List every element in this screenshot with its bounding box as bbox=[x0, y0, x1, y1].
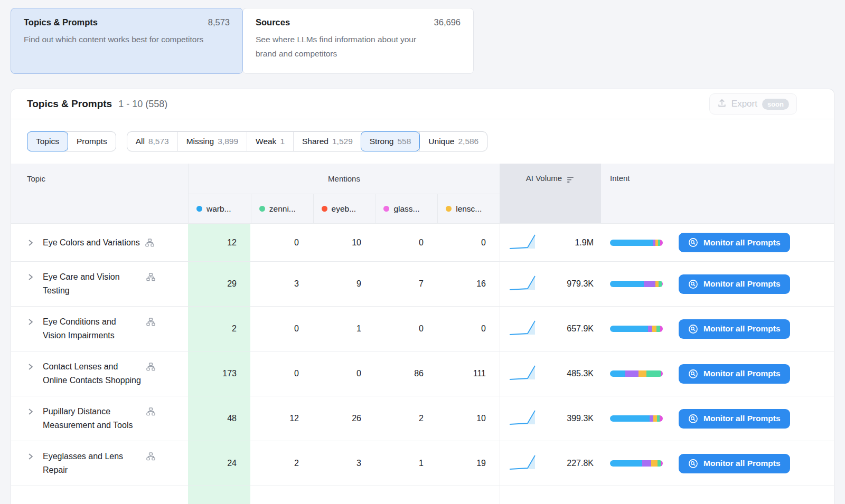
sitemap-icon bbox=[146, 273, 155, 283]
chevron-right-icon[interactable] bbox=[27, 273, 34, 283]
soon-badge: soon bbox=[762, 99, 789, 110]
filter-tab-shared[interactable]: Shared1,529 bbox=[293, 132, 361, 151]
filter-tab-all[interactable]: All8,573 bbox=[127, 132, 177, 151]
topic-name[interactable]: Pupillary Distance Measurement and Tools bbox=[43, 405, 141, 432]
filter-tab-missing[interactable]: Missing3,899 bbox=[177, 132, 247, 151]
topic-cell[interactable]: Eye Conditions and Vision Impairments bbox=[11, 315, 188, 343]
brand-dot-icon bbox=[383, 206, 389, 212]
sparkline-icon bbox=[509, 319, 540, 338]
ai-volume-cell: 657.9K bbox=[500, 307, 601, 351]
intent-segment bbox=[610, 460, 642, 467]
tab-count: 1 bbox=[280, 137, 285, 146]
monitor-all-prompts-button[interactable]: Monitor all Prompts bbox=[679, 454, 790, 473]
topic-cell[interactable]: Eyeglasses and Lens Repair bbox=[11, 450, 188, 477]
monitor-all-prompts-button[interactable]: Monitor all Prompts bbox=[679, 233, 790, 252]
chevron-right-icon[interactable] bbox=[27, 363, 34, 373]
topics-prompts-card[interactable]: Topics & Prompts 8,573 Find out which co… bbox=[11, 8, 243, 74]
monitor-all-prompts-button[interactable]: Monitor all Prompts bbox=[679, 364, 790, 384]
tab-label: Topics bbox=[36, 137, 59, 146]
brand-column-header[interactable]: zenni... bbox=[251, 194, 313, 223]
brand-column-header[interactable]: warb... bbox=[189, 194, 251, 223]
monitor-icon bbox=[688, 459, 698, 469]
intent-cell: Monitor all Prompts bbox=[601, 364, 834, 384]
view-tab-prompts[interactable]: Prompts bbox=[68, 132, 116, 151]
ai-volume-cell: 1.9M bbox=[500, 224, 601, 261]
brand-column-header[interactable]: glass... bbox=[375, 194, 437, 223]
intent-segment bbox=[661, 370, 663, 377]
export-button[interactable]: Export soon bbox=[709, 93, 797, 115]
view-tab-topics[interactable]: Topics bbox=[27, 131, 68, 151]
topic-cell[interactable]: Pupillary Distance Measurement and Tools bbox=[11, 405, 188, 432]
sitemap-icon bbox=[146, 407, 155, 418]
topic-name[interactable]: Contact Lenses and Online Contacts Shopp… bbox=[43, 360, 141, 387]
filters-row: TopicsPrompts All8,573Missing3,899Weak1S… bbox=[11, 119, 834, 164]
chevron-right-icon[interactable] bbox=[27, 318, 34, 328]
monitor-button-label: Monitor all Prompts bbox=[703, 279, 781, 289]
intent-bar bbox=[610, 281, 663, 287]
brand-dot-icon bbox=[196, 206, 202, 212]
topic-name[interactable]: Eye Conditions and Vision Impairments bbox=[43, 315, 141, 343]
intent-cell: Monitor all Prompts bbox=[601, 319, 834, 339]
intent-segment bbox=[625, 370, 639, 377]
mention-value: 111 bbox=[437, 351, 500, 396]
topic-name[interactable]: Eye Colors and Variations bbox=[43, 236, 140, 250]
topic-cell[interactable]: Eye Colors and Variations bbox=[11, 236, 188, 250]
filter-tab-strong[interactable]: Strong558 bbox=[361, 131, 420, 151]
intent-segment bbox=[656, 326, 660, 332]
chevron-right-icon[interactable] bbox=[27, 453, 34, 462]
intent-segment bbox=[651, 460, 658, 467]
tab-label: Missing bbox=[186, 137, 214, 146]
chevron-right-icon[interactable] bbox=[27, 408, 34, 417]
topic-cell[interactable]: Contact Lenses and Online Contacts Shopp… bbox=[11, 360, 188, 387]
table-row: Eye Care and Vision Testing 29 3 9 7 16 bbox=[11, 261, 834, 306]
sort-desc-icon[interactable] bbox=[567, 176, 575, 223]
sparkline-icon bbox=[509, 409, 540, 428]
brand-column-header[interactable]: eyeb... bbox=[313, 194, 375, 223]
monitor-all-prompts-button[interactable]: Monitor all Prompts bbox=[679, 409, 790, 429]
mention-value: 86 bbox=[375, 351, 437, 396]
table-row: Eyeglasses and Lens Repair 24 2 3 1 19 bbox=[11, 441, 834, 486]
mention-value: 7 bbox=[375, 262, 437, 306]
chevron-right-icon[interactable] bbox=[27, 239, 34, 249]
monitor-all-prompts-button[interactable]: Monitor all Prompts bbox=[679, 319, 790, 339]
topic-name[interactable]: Eye Care and Vision Testing bbox=[43, 270, 141, 298]
intent-segment bbox=[610, 415, 650, 422]
column-header-intent: Intent bbox=[601, 164, 834, 223]
pagination-range: 1 - 10 (558) bbox=[118, 99, 167, 110]
sparkline-icon bbox=[509, 454, 540, 473]
tab-label: All bbox=[136, 137, 145, 146]
brand-label: zenni... bbox=[269, 204, 296, 214]
mention-value: 10 bbox=[437, 396, 500, 441]
column-header-ai-volume[interactable]: AI Volume bbox=[500, 164, 601, 223]
brand-dot-icon bbox=[446, 206, 452, 212]
sources-card[interactable]: Sources 36,696 See where LLMs find infor… bbox=[242, 8, 474, 74]
mention-value: 0 bbox=[437, 224, 500, 261]
tab-label: Shared bbox=[302, 137, 328, 146]
topic-cell[interactable]: Eye Care and Vision Testing bbox=[11, 270, 188, 298]
filter-tab-weak[interactable]: Weak1 bbox=[247, 132, 293, 151]
intent-cell: Monitor all Prompts bbox=[601, 274, 834, 294]
monitor-all-prompts-button[interactable]: Monitor all Prompts bbox=[679, 274, 790, 294]
table-row: Contact Lenses and Online Contacts Shopp… bbox=[11, 351, 834, 396]
mention-value: 2 bbox=[250, 441, 313, 486]
card-description: See where LLMs find information about yo… bbox=[256, 32, 438, 61]
card-value: 36,696 bbox=[434, 17, 461, 27]
filter-tab-unique[interactable]: Unique2,586 bbox=[419, 132, 487, 151]
tab-label: Weak bbox=[256, 137, 276, 146]
mention-value: 2 bbox=[375, 396, 437, 441]
monitor-button-label: Monitor all Prompts bbox=[703, 459, 781, 468]
monitor-button-label: Monitor all Prompts bbox=[703, 369, 781, 378]
topic-name[interactable]: Eyeglasses and Lens Repair bbox=[43, 450, 141, 477]
ai-volume-cell: 227.8K bbox=[500, 441, 601, 486]
brand-column-header[interactable]: lensc... bbox=[437, 194, 500, 223]
monitor-button-label: Monitor all Prompts bbox=[703, 238, 781, 248]
mention-value: 26 bbox=[313, 396, 375, 441]
brand-columns: warb...zenni...eyeb...glass...lensc... bbox=[189, 194, 500, 223]
monitor-button-label: Monitor all Prompts bbox=[703, 324, 781, 334]
tab-count: 8,573 bbox=[148, 137, 169, 146]
mention-value: 19 bbox=[437, 441, 500, 486]
mention-value: 173 bbox=[188, 351, 250, 396]
table-row: Eye Conditions and Vision Impairments 2 … bbox=[11, 306, 834, 351]
mention-value: 29 bbox=[188, 262, 250, 306]
ai-volume-cell: 979.3K bbox=[500, 262, 601, 306]
